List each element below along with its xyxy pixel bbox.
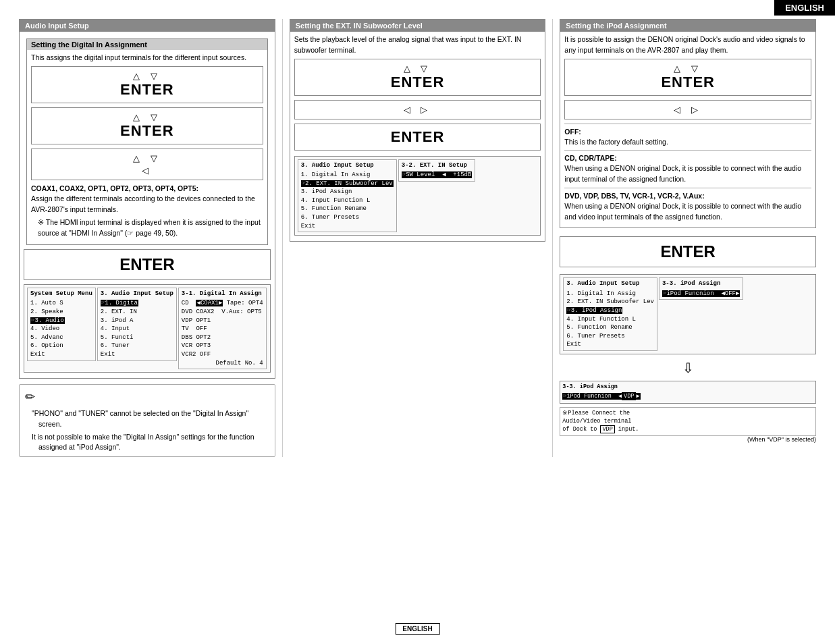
osd-ipod1-item-6: 6. Tuner Presets (566, 332, 654, 341)
nav-enter-1: ENTER (34, 81, 260, 99)
osd-ext-audio-panel: 3. Audio Input Setup 1. Digital In Assig… (298, 159, 397, 233)
ipod-assignment-intro: It is possible to assign the DENON origi… (564, 34, 811, 56)
osd-audio-exit: Exit (101, 350, 173, 359)
cd-label: CD, CDR/TAPE: (564, 154, 811, 162)
osd-ipod1-assign-title: 3-3. iPod Assign (662, 279, 740, 288)
ext-subwoofer-intro: Sets the playback level of the analog si… (294, 34, 541, 56)
dvd-text: When using a DENON original Dock, it is … (564, 201, 811, 223)
osd-digital-default: Default No. 4 (182, 359, 263, 368)
osd-system-menu-title: System Setup Menu (30, 290, 92, 298)
nav-enter-ext-1: ENTER (298, 74, 538, 91)
osd-audio-title: 3. Audio Input Setup (101, 290, 173, 298)
osd-digital-row-vdp: VDP OPT1 (182, 317, 263, 325)
osd-sys-item-6: 6. Option (30, 342, 92, 350)
note-icon: ✏ (25, 388, 269, 406)
osd-audio-item-4: 4. Input (101, 325, 173, 333)
osd-ipod2-assign-title: 3-3. iPod Assign (562, 383, 813, 392)
nav-box-ipod-1: △ ▽ ENTER (564, 59, 811, 96)
top-banner: ENGLISH (774, 0, 835, 16)
osd-screen-ipod-2: 3-3. iPod Assign ☞iPod Funcnion ◀VDP▶ (560, 381, 816, 404)
ipod-assignment-title: Setting the iPod Assignment (560, 20, 815, 32)
osd-audio-item-3: 3. iPod A (101, 317, 173, 325)
nav-box-3: △ ▽ ◁ (31, 149, 263, 180)
note-text: ※ The HDMI input terminal is displayed w… (38, 217, 263, 239)
please-connect-box: ※Please Connect theAudio/Video terminalo… (560, 407, 816, 437)
enter-big-ipod: ENTER (560, 236, 816, 267)
osd-system-menu: System Setup Menu 1. Auto S 2. Speake ☞3… (27, 288, 96, 361)
osd-sys-item-2: 2. Speake (30, 308, 92, 317)
nav-arrows-ext-ud: △ ▽ (298, 63, 538, 74)
col-ipod-assignment: Setting the iPod Assignment It is possib… (553, 19, 823, 457)
osd-audio-item-5: 5. Functi (101, 333, 173, 342)
osd-ipod1-audio-panel: 3. Audio Input Setup 1. Digital In Assig… (563, 277, 657, 351)
digital-assignment-title: Setting the Digital In Assignment (27, 39, 267, 50)
osd-digital-row-vcr: VCR OPT3 (182, 342, 263, 350)
osd-ipod1-item-1: 1. Digital In Assig (566, 290, 654, 298)
osd-ext-setup-title: 3-2. EXT. IN Setup (402, 161, 473, 170)
nav-box-ext-enter: ENTER (294, 124, 541, 151)
osd-ipod2-function: ☞iPod Funcnion ◀VDP▶ (562, 393, 813, 401)
osd-ipod1-item-2: 2. EXT. IN Subwoofer Lev (566, 298, 654, 306)
off-text: This is the factory default setting. (564, 137, 811, 148)
nav-box-2: △ ▽ ENTER (31, 107, 263, 144)
digital-assignment-box: Setting the Digital In Assignment This a… (26, 38, 268, 245)
osd-digital-row-dvd: DVD COAX2 V.Aux: OPT5 (182, 308, 263, 317)
nav-box-ipod-lr: ◁ ▷ (564, 100, 811, 119)
osd-ext-item-4: 4. Input Function L (301, 196, 394, 205)
digital-assignment-intro: This assigns the digital input terminals… (31, 53, 263, 63)
nav-enter-ipod-1: ENTER (568, 74, 808, 91)
bullet-1: "PHONO" and "TUNER" cannot be selected o… (32, 408, 269, 430)
osd-ext-audio-title: 3. Audio Input Setup (301, 161, 394, 170)
osd-sys-exit: Exit (30, 350, 92, 359)
divider-3 (564, 188, 811, 188)
divider-1 (564, 124, 811, 124)
nav-arrows-ud-1: △ ▽ (34, 71, 260, 81)
col-ext-subwoofer: Setting the EXT. IN Subwoofer Level Sets… (283, 19, 554, 457)
nav-arrows-ext-lr: ◁ ▷ (298, 105, 538, 115)
osd-ext-item-2: ☞2. EXT. IN Subwoofer Lev (301, 180, 394, 188)
osd-screen-ipod-1: 3. Audio Input Setup 1. Digital In Assig… (560, 274, 816, 354)
osd-sys-item-3: ☞3. Audio (30, 317, 92, 325)
nav-enter-ext-2: ENTER (298, 128, 538, 146)
osd-screen-ext: 3. Audio Input Setup 1. Digital In Assig… (294, 156, 541, 236)
osd-ipod1-item-5: 5. Function Rename (566, 323, 654, 332)
osd-ipod1-audio-title: 3. Audio Input Setup (566, 279, 654, 288)
osd-sys-item-1: 1. Auto S (30, 299, 92, 308)
osd-ext-item-6: 6. Tuner Presets (301, 213, 394, 222)
osd-digital-row-dbs: DBS OPT2 (182, 333, 263, 342)
bullet-2: It is not possible to make the "Digital … (32, 432, 269, 454)
osd-audio-panel: 3. Audio Input Setup ☞1. Digita 2. EXT. … (97, 288, 177, 361)
osd-ipod1-item-4: 4. Input Function L (566, 315, 654, 324)
nav-enter-2: ENTER (34, 122, 260, 140)
osd-sys-item-4: 4. Video (30, 325, 92, 333)
note-box: ✏ "PHONO" and "TUNER" cannot be selected… (19, 384, 275, 457)
enter-big-label-1: ENTER (119, 255, 174, 273)
osd-ipod1-exit: Exit (566, 340, 654, 349)
nav-arrows-ipod-ud: △ ▽ (568, 63, 808, 74)
osd-digital-title: 3-1. Digital In Assign (182, 290, 263, 298)
nav-arrows-ipod-lr: ◁ ▷ (568, 105, 808, 115)
nav-box-1: △ ▽ ENTER (31, 66, 263, 103)
osd-audio-item-1: ☞1. Digita (101, 299, 173, 308)
coax-text: Assign the different terminals according… (31, 194, 263, 215)
bottom-banner: ENGLISH (395, 623, 439, 635)
osd-ipod1-assign-panel: 3-3. iPod Assign ☞iPod Funcnion ◀OFF▶ (659, 277, 743, 300)
osd-ext-item-5: 5. Function Rename (301, 205, 394, 213)
osd-ext-setup-panel: 3-2. EXT. IN Setup ☞SW Level ◀ +15dB (398, 159, 476, 182)
coax-label: COAX1, COAX2, OPT1, OPT2, OPT3, OPT4, OP… (31, 184, 263, 192)
ext-subwoofer-box: Setting the EXT. IN Subwoofer Level Sets… (290, 19, 546, 242)
ipod-assignment-box: Setting the iPod Assignment It is possib… (560, 19, 816, 228)
audio-input-setup-title: Audio Input Setup (20, 20, 275, 32)
audio-input-setup-box: Audio Input Setup Setting the Digital In… (19, 19, 275, 379)
ext-subwoofer-title: Setting the EXT. IN Subwoofer Level (290, 20, 545, 32)
nav-arrows-ud-2: △ ▽ (34, 112, 260, 122)
osd-screen-1: System Setup Menu 1. Auto S 2. Speake ☞3… (24, 284, 271, 373)
arrow-down-icon: ⇩ (560, 360, 816, 376)
cd-text: When using a DENON original Dock, it is … (564, 163, 811, 185)
osd-digital-row-cd: CD ◀COAX1▶ Tape: OPT4 (182, 299, 263, 308)
osd-ext-item-3: 3. iPod Assign (301, 188, 394, 196)
osd-audio-item-2: 2. EXT. IN (101, 308, 173, 317)
osd-ipod1-function: ☞iPod Funcnion ◀OFF▶ (662, 290, 740, 298)
osd-ext-exit: Exit (301, 222, 394, 231)
osd-audio-item-6: 6. Tuner (101, 342, 173, 350)
